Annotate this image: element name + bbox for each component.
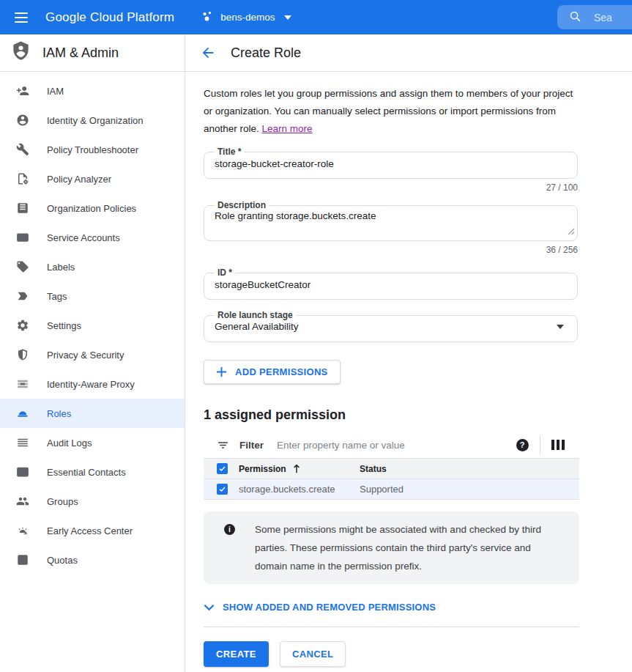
info-note-text: Some permissions might be associated wit… (255, 520, 565, 575)
label-tag-icon (16, 260, 29, 273)
show-permissions-label: SHOW ADDED AND REMOVED PERMISSIONS (223, 602, 436, 613)
description-char-counter: 36 / 256 (204, 245, 578, 255)
launch-stage-field: Role launch stage General Availability (204, 310, 578, 342)
list-lines-icon (16, 436, 29, 449)
permissions-table: Permission Status storage.buckets.create… (204, 458, 579, 500)
menu-hamburger-icon[interactable] (15, 12, 28, 23)
title-field: Title * (204, 147, 578, 179)
sidebar-item-label: Quotas (47, 555, 78, 566)
info-icon: i (224, 524, 235, 535)
sidebar-item-label: Settings (47, 320, 81, 331)
sidebar-item-iam[interactable]: IAM (0, 76, 185, 106)
sidebar-item-labels[interactable]: Labels (0, 252, 185, 281)
chevron-down-icon (204, 604, 215, 611)
col-header-status[interactable]: Status (360, 464, 579, 474)
table-header-row: Permission Status (204, 459, 579, 479)
learn-more-link[interactable]: Learn more (262, 123, 313, 134)
add-permissions-button[interactable]: ADD PERMISSIONS (204, 360, 341, 384)
filter-icon (217, 439, 229, 451)
sidebar-item-policy-analyzer[interactable]: Policy Analyzer (0, 164, 185, 193)
col-header-permission[interactable]: Permission (239, 464, 286, 474)
sidebar-item-label: Identity-Aware Proxy (47, 379, 135, 390)
sidebar-item-label: Roles (47, 408, 71, 419)
sidebar-item-identity-organization[interactable]: Identity & Organization (0, 106, 185, 135)
column-options-icon[interactable] (551, 440, 574, 450)
sidebar-item-quotas[interactable]: Quotas (0, 545, 185, 575)
info-note: i Some permissions might be associated w… (204, 512, 579, 584)
show-permissions-toggle[interactable]: SHOW ADDED AND REMOVED PERMISSIONS (204, 602, 579, 613)
chevron-down-icon (284, 15, 291, 20)
section-header[interactable]: IAM & Admin (0, 34, 185, 71)
search-icon (569, 10, 581, 25)
cell-permission: storage.buckets.create (239, 484, 335, 495)
sidebar-nav: IAM Identity & Organization Policy Troub… (0, 72, 185, 672)
project-dots-icon (201, 10, 214, 25)
quota-icon (16, 553, 29, 566)
document-gear-icon (16, 172, 29, 185)
id-field: ID * (204, 267, 578, 300)
filter-toolbar: Filter Enter property name or value ? (204, 432, 579, 458)
cancel-button[interactable]: CANCEL (280, 641, 346, 667)
action-buttons: CREATE CANCEL (204, 641, 632, 667)
sidebar-item-label: Tags (47, 291, 67, 302)
row-checkbox[interactable] (217, 484, 228, 495)
toolbar-divider (540, 435, 540, 454)
top-app-bar: Google Cloud Platform bens-demos Sea (0, 0, 632, 34)
resize-handle-icon[interactable] (568, 225, 575, 238)
sidebar-item-service-accounts[interactable]: Service Accounts (0, 223, 185, 252)
sidebar-item-label: Organization Policies (47, 203, 136, 214)
sidebar-item-identity-aware-proxy[interactable]: Identity-Aware Proxy (0, 369, 185, 399)
sidebar-item-privacy-security[interactable]: Privacy & Security (0, 340, 185, 369)
assigned-permissions-heading: 1 assigned permission (204, 407, 632, 423)
product-logo[interactable]: Google Cloud Platform (45, 10, 174, 25)
person-add-icon (16, 84, 29, 97)
sidebar-item-tags[interactable]: Tags (0, 281, 185, 311)
gear-icon (16, 319, 29, 332)
description-input[interactable]: Role granting storage.buckets.create (213, 210, 568, 232)
sidebar-item-organization-policies[interactable]: Organization Policies (0, 193, 185, 223)
sidebar-item-label: IAM (47, 86, 64, 97)
help-icon[interactable]: ? (516, 439, 529, 451)
launch-stage-select[interactable]: General Availability (213, 320, 568, 336)
page-title: Create Role (231, 45, 301, 61)
sunrise-icon (16, 524, 29, 537)
project-selector[interactable]: bens-demos (201, 10, 291, 25)
id-input[interactable] (213, 278, 568, 294)
launch-stage-value: General Availability (215, 321, 299, 332)
sidebar-item-policy-troubleshooter[interactable]: Policy Troubleshooter (0, 135, 185, 164)
sidebar-item-label: Groups (47, 496, 78, 507)
dropdown-caret-icon (557, 325, 564, 329)
sidebar-item-early-access-center[interactable]: Early Access Center (0, 516, 185, 545)
create-button[interactable]: CREATE (204, 641, 269, 667)
back-arrow-icon[interactable] (200, 45, 216, 61)
sidebar-item-settings[interactable]: Settings (0, 311, 185, 340)
people-icon (16, 495, 29, 508)
sidebar-item-roles[interactable]: Roles (0, 399, 185, 428)
hat-icon (16, 407, 29, 420)
search-input[interactable]: Sea (557, 5, 632, 29)
sidebar-item-label: Essential Contacts (47, 467, 126, 478)
account-circle-icon (16, 114, 29, 127)
id-field-label: ID * (215, 267, 235, 278)
table-row[interactable]: storage.buckets.create Supported (204, 479, 579, 500)
sidebar-item-groups[interactable]: Groups (0, 487, 185, 516)
key-card-icon (16, 231, 29, 244)
sidebar-item-essential-contacts[interactable]: Essential Contacts (0, 457, 185, 487)
sidebar-item-label: Privacy & Security (47, 350, 124, 361)
cell-status: Supported (360, 484, 579, 495)
sidebar-item-label: Labels (47, 262, 75, 273)
contact-card-icon (16, 465, 29, 479)
iam-shield-icon (11, 40, 31, 65)
tag-arrow-icon (16, 289, 29, 303)
sort-ascending-icon[interactable] (292, 464, 301, 473)
section-title: IAM & Admin (42, 45, 119, 61)
sidebar-item-label: Audit Logs (47, 437, 92, 448)
description-field-label: Description (215, 200, 269, 210)
title-input[interactable] (213, 158, 568, 173)
sidebar-item-label: Policy Analyzer (47, 174, 111, 185)
select-all-checkbox[interactable] (217, 463, 228, 474)
filter-label[interactable]: Filter (239, 440, 264, 451)
sidebar-item-audit-logs[interactable]: Audit Logs (0, 428, 185, 457)
sidebar-item-label: Early Access Center (47, 525, 133, 536)
filter-input[interactable]: Enter property name or value (277, 440, 516, 451)
